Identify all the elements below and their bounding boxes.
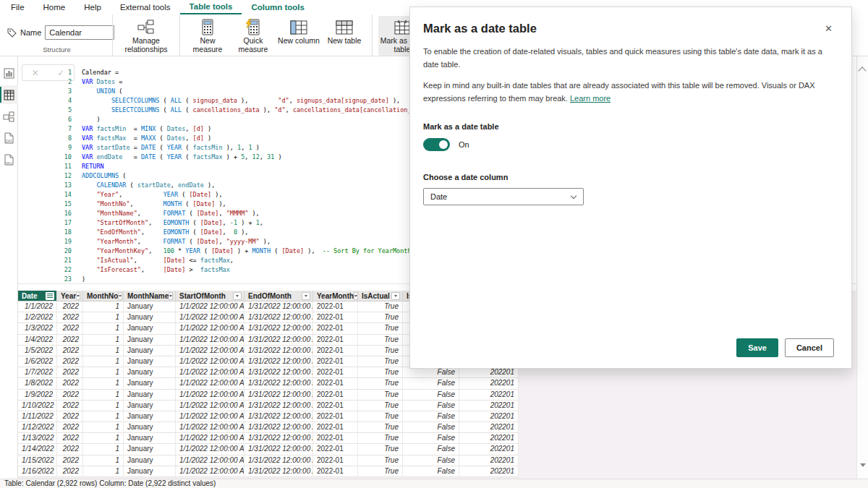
save-button[interactable]: Save xyxy=(736,338,778,357)
cell-YearMonth: 2022-01 xyxy=(313,346,358,356)
cell-YearMonth: 2022-01 xyxy=(313,433,358,444)
column-header-StartOfMonth[interactable]: StartOfMonth xyxy=(176,291,244,301)
learn-more-link[interactable]: Learn more xyxy=(570,94,610,103)
status-bar: Table: Calendar (2,922 rows) Column: Dat… xyxy=(0,479,868,488)
name-label: Name xyxy=(20,28,41,37)
tab-help[interactable]: Help xyxy=(75,0,111,14)
line-number: 16 xyxy=(18,209,82,218)
mark-date-table-toggle[interactable] xyxy=(423,138,450,151)
cell-MonthNo: 1 xyxy=(83,411,124,422)
tab-table-tools[interactable]: Table tools xyxy=(180,0,242,14)
table-row[interactable]: 1/13/202220221January1/1/2022 12:00:00 A… xyxy=(18,433,519,444)
cell-StartOfMonth: 1/1/2022 12:00:00 AM xyxy=(176,346,244,356)
cell-StartOfMonth: 1/1/2022 12:00:00 AM xyxy=(176,455,244,466)
line-number: 6 xyxy=(18,115,82,124)
cell-MonthNo: 1 xyxy=(83,367,124,378)
filter-dropdown-icon[interactable] xyxy=(233,292,242,300)
table-name-input[interactable] xyxy=(45,25,114,40)
table-row[interactable]: 1/12/202220221January1/1/2022 12:00:00 A… xyxy=(18,422,519,433)
tab-column-tools[interactable]: Column tools xyxy=(242,0,313,14)
filter-dropdown-icon[interactable] xyxy=(118,292,122,300)
sidebar-item-model-view[interactable] xyxy=(0,107,18,126)
code-text: Calendar = xyxy=(82,68,119,77)
code-text: RETURN xyxy=(82,162,104,171)
line-number: 12 xyxy=(18,171,82,181)
code-text: "IsActual", [Date] <= factsMax, xyxy=(82,256,234,265)
cell-Date: 1/12/2022 xyxy=(18,422,57,433)
cancel-button[interactable]: Cancel xyxy=(785,338,834,357)
sidebar-item-dax-query-view[interactable]: DAX xyxy=(0,129,18,147)
code-line: 10VAR endDate = DATE ( YEAR ( factsMax )… xyxy=(18,153,437,162)
mark-as-date-table-dialog: Mark as a date table ✕ To enable the cre… xyxy=(409,7,852,369)
close-icon[interactable]: ✕ xyxy=(822,22,835,35)
scroll-up-icon[interactable] xyxy=(858,67,866,74)
line-number: 18 xyxy=(18,228,82,237)
quick-measure-button[interactable]: Quick measure xyxy=(231,16,275,56)
line-number: 8 xyxy=(18,134,82,143)
code-line: 13 CALENDAR ( startDate, endDate ), xyxy=(18,181,437,190)
cell-EndOfMonth: 1/31/2022 12:00:00 AM xyxy=(244,367,313,378)
table-row[interactable]: 1/8/202220221January1/1/2022 12:00:00 AM… xyxy=(18,378,519,389)
table-row[interactable]: 1/15/202220221January1/1/2022 12:00:00 A… xyxy=(18,455,519,466)
column-header-Year[interactable]: Year xyxy=(57,291,83,301)
code-line: 12ADDCOLUMNS ( xyxy=(18,171,437,181)
tab-file[interactable]: File xyxy=(1,0,34,14)
cell-IsForecast: False xyxy=(403,401,459,411)
date-column-dropdown[interactable]: Date xyxy=(423,188,584,205)
line-number: 5 xyxy=(18,106,82,115)
table-row[interactable]: 1/7/202220221January1/1/2022 12:00:00 AM… xyxy=(18,367,519,378)
new-measure-button[interactable]: New measure xyxy=(186,16,229,56)
column-header-label: MonthNo xyxy=(87,292,118,300)
cell-Date: 1/7/2022 xyxy=(18,367,57,378)
sidebar-item-table-view[interactable] xyxy=(0,85,18,104)
dialog-title: Mark as a date table xyxy=(423,22,537,35)
column-header-EndOfMonth[interactable]: EndOfMonth xyxy=(244,291,313,301)
table-row[interactable]: 1/16/202220221January1/1/2022 12:00:00 A… xyxy=(18,466,519,477)
filter-dropdown-icon[interactable] xyxy=(169,292,173,300)
cell-MonthNo: 1 xyxy=(83,378,124,389)
new-table-button[interactable]: New table xyxy=(323,16,366,47)
sidebar-item-report-view[interactable] xyxy=(0,64,18,82)
code-text: VAR factsMax = MAXX ( Dates, [d] ) xyxy=(82,134,211,143)
filter-dropdown-icon[interactable] xyxy=(391,292,400,300)
table-row[interactable]: 1/11/202220221January1/1/2022 12:00:00 A… xyxy=(18,411,519,422)
code-line: 4 SELECTCOLUMNS ( ALL ( signups_data ), … xyxy=(18,96,437,106)
tab-external-tools[interactable]: External tools xyxy=(111,0,180,14)
cell-Year: 2022 xyxy=(57,356,83,367)
code-text: "MonthNo", MONTH ( [Date] ), xyxy=(82,200,226,209)
filter-dropdown-icon[interactable] xyxy=(302,292,310,300)
scroll-down-icon[interactable] xyxy=(860,463,866,467)
cell-YearMonth: 2022-01 xyxy=(313,401,358,411)
new-column-button[interactable]: New column xyxy=(277,16,320,47)
cell-YearMonthKey: 202201 xyxy=(459,390,519,401)
tab-home[interactable]: Home xyxy=(34,0,75,14)
vertical-scrollbar[interactable] xyxy=(856,56,868,479)
cell-EndOfMonth: 1/31/2022 12:00:00 AM xyxy=(244,466,313,477)
cell-IsActual: True xyxy=(358,390,403,401)
table-row[interactable]: 1/9/202220221January1/1/2022 12:00:00 AM… xyxy=(18,390,519,401)
code-text: ) xyxy=(82,275,85,284)
manage-relationships-button[interactable]: Manage relationships xyxy=(119,16,174,56)
column-header-MonthNo[interactable]: MonthNo xyxy=(83,291,124,301)
sort-icon[interactable] xyxy=(46,292,54,300)
cell-Year: 2022 xyxy=(57,367,83,378)
line-number: 23 xyxy=(18,275,82,284)
table-row[interactable]: 1/14/202220221January1/1/2022 12:00:00 A… xyxy=(18,444,519,455)
dialog-warning: Keep in mind any built-in date tables th… xyxy=(423,80,835,105)
column-header-YearMonth[interactable]: YearMonth xyxy=(313,291,358,301)
table-row[interactable]: 1/10/202220221January1/1/2022 12:00:00 A… xyxy=(18,401,519,411)
toggle-label: Mark as a date table xyxy=(423,122,835,131)
sidebar-item-tmdl-view[interactable]: TMDL xyxy=(0,150,18,169)
cell-MonthName: January xyxy=(124,411,176,422)
column-header-IsActual[interactable]: IsActual xyxy=(358,291,403,301)
code-line: 6 ) xyxy=(18,115,437,124)
cell-Year: 2022 xyxy=(57,346,83,356)
cell-Date: 1/8/2022 xyxy=(18,378,57,389)
column-header-MonthName[interactable]: MonthName xyxy=(124,291,176,301)
line-number: 13 xyxy=(18,181,82,190)
filter-dropdown-icon[interactable] xyxy=(76,292,80,300)
column-header-Date[interactable]: Date xyxy=(18,291,57,301)
tag-icon xyxy=(7,28,17,38)
cell-Year: 2022 xyxy=(57,390,83,401)
cell-EndOfMonth: 1/31/2022 12:00:00 AM xyxy=(244,401,313,411)
